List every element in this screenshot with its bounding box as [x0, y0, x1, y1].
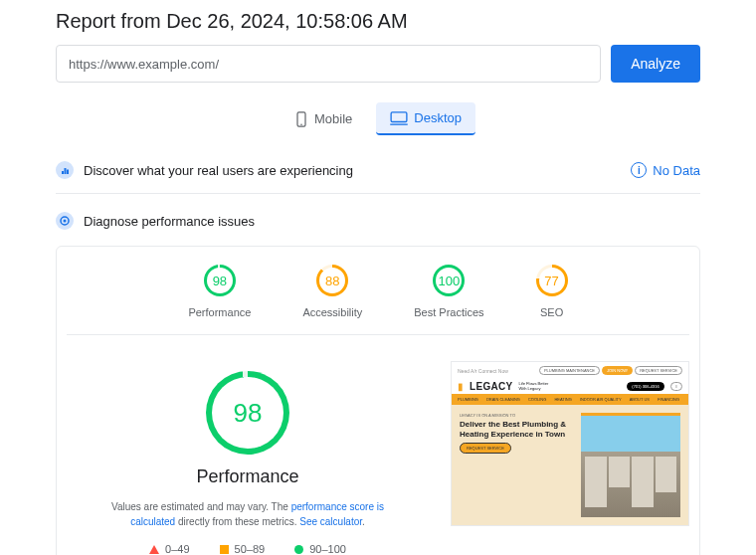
preview-logo-icon: ▮ [458, 381, 464, 392]
gauge-ring: 88 [316, 265, 348, 296]
gauge-ring: 98 [204, 265, 236, 296]
square-icon [220, 545, 229, 554]
analyze-button[interactable]: Analyze [611, 45, 700, 83]
gauge-seo[interactable]: 77 SEO [536, 265, 568, 318]
preview-hero-title: Deliver the Best Plumbing & Heating Expe… [460, 420, 575, 439]
report-title: Report from Dec 26, 2024, 10:58:06 AM [56, 10, 700, 33]
preview-pill: PLUMBING MAINTENANCE [539, 366, 600, 375]
see-calculator-link[interactable]: See calculator [299, 516, 362, 527]
tab-mobile-label: Mobile [314, 111, 352, 126]
info-icon: i [631, 162, 647, 178]
gauge-performance[interactable]: 98 Performance [188, 265, 251, 318]
legend-avg: 50–89 [220, 543, 266, 555]
card-divider [67, 334, 689, 335]
legend: 0–49 50–89 90–100 [149, 543, 346, 555]
svg-rect-6 [67, 170, 69, 175]
url-row: Analyze [56, 45, 700, 83]
site-preview: Need A/r Connect Now PLUMBING MAINTENANC… [451, 361, 689, 526]
gauge-ring: 100 [433, 265, 465, 296]
phone-icon: (701) 306-4316 [627, 382, 663, 391]
gauge-label: Accessibility [302, 306, 362, 318]
mobile-icon [294, 111, 308, 127]
gauges-row: 98 Performance 88 Accessibility 100 Best… [57, 259, 699, 322]
gauge-label: Best Practices [414, 306, 483, 318]
svg-rect-4 [62, 171, 64, 174]
tab-desktop[interactable]: Desktop [376, 102, 475, 135]
preview-tagline: Life Flows Better With Legacy [518, 382, 548, 392]
no-data-label: No Data [653, 163, 700, 178]
menu-icon: ≡ [670, 382, 682, 391]
diagnose-title: Diagnose performance issues [84, 214, 255, 229]
big-gauge: 98 [206, 371, 289, 455]
preview-cta: REQUEST SERVICE [460, 443, 511, 454]
preview-pill: REQUEST SERVICE [635, 366, 682, 375]
no-data-link[interactable]: i No Data [631, 162, 700, 178]
legend-poor: 0–49 [149, 543, 189, 555]
legend-good: 90–100 [294, 543, 346, 555]
preview-topbar: Need A/r Connect Now PLUMBING MAINTENANC… [452, 362, 688, 379]
tab-mobile[interactable]: Mobile [281, 102, 366, 135]
gauge-ring: 77 [536, 265, 568, 296]
main-row: 98 Performance Values are estimated and … [57, 351, 699, 555]
desktop-icon [390, 111, 408, 125]
performance-description: Values are estimated and may vary. The p… [98, 499, 397, 529]
gauge-label: Performance [188, 306, 251, 318]
performance-card: 98 Performance 88 Accessibility 100 Best… [56, 246, 700, 555]
preview-nav: PLUMBING DRAIN CLEANING COOLING HEATING … [452, 394, 688, 405]
gauge-label: SEO [540, 306, 563, 318]
svg-rect-2 [391, 111, 407, 121]
discover-icon [56, 161, 74, 179]
svg-point-8 [64, 220, 67, 223]
tab-desktop-label: Desktop [414, 110, 462, 125]
triangle-icon [149, 545, 159, 554]
performance-column: 98 Performance Values are estimated and … [67, 351, 429, 555]
svg-rect-5 [65, 168, 67, 174]
divider [56, 193, 700, 194]
url-input[interactable] [56, 45, 601, 83]
gauge-accessibility[interactable]: 88 Accessibility [302, 265, 362, 318]
device-tabs: Mobile Desktop [56, 102, 700, 135]
gauge-best-practices[interactable]: 100 Best Practices [414, 265, 483, 318]
preview-logo-row: ▮ LEGACY Life Flows Better With Legacy (… [452, 379, 688, 394]
preview-hero: LEGACY IS ON A MISSION TO Deliver the Be… [452, 405, 688, 525]
preview-hero-image [581, 413, 680, 517]
diagnose-section: Diagnose performance issues [56, 204, 700, 238]
discover-title: Discover what your real users are experi… [84, 163, 353, 178]
preview-pill: JOIN NOW! [602, 366, 633, 375]
svg-point-1 [300, 123, 302, 125]
diagnose-icon [56, 212, 74, 230]
preview-logo: LEGACY [470, 381, 512, 392]
circle-icon [294, 545, 303, 554]
discover-section: Discover what your real users are experi… [56, 153, 700, 187]
performance-label: Performance [196, 466, 298, 487]
